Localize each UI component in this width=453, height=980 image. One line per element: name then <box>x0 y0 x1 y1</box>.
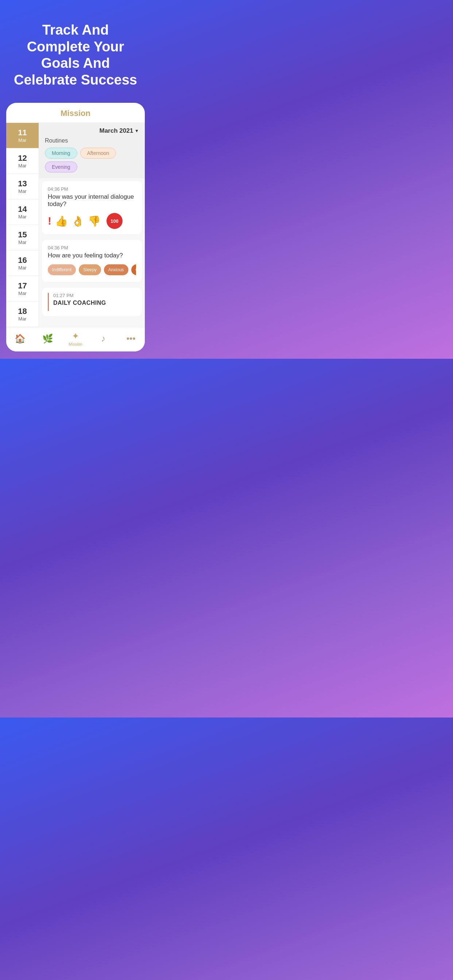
reaction-row: ! 👍 👌 👎 100 <box>48 213 136 229</box>
coaching-content: 01:27 PM DAILY COACHING <box>53 293 106 306</box>
coaching-title: DAILY COACHING <box>53 300 106 306</box>
cal-num: 16 <box>18 256 27 265</box>
app-title: Mission <box>6 103 145 123</box>
ok-hand-icon[interactable]: 👌 <box>72 215 84 227</box>
routines-section: March 2021 ▼ Routines Morning Afternoon … <box>39 123 145 178</box>
cal-month: Mar <box>18 265 26 270</box>
dialogue-card: 04:36 PM How was your internal dialogue … <box>42 181 142 234</box>
hero-title: Track And Complete Your Goals And Celebr… <box>0 0 151 103</box>
feeling-time: 04:36 PM <box>48 245 136 250</box>
feeling-row: Indifferent Sleepy Anxious Confident Hap… <box>48 264 136 277</box>
cal-num: 11 <box>18 128 27 137</box>
cal-month: Mar <box>18 214 26 220</box>
nav-more[interactable]: ••• <box>117 334 145 344</box>
cal-month: Mar <box>18 316 26 321</box>
cal-num: 18 <box>18 307 27 316</box>
bottom-nav: 🏠 🌿 ✦ Mission ♪ ••• <box>6 327 145 352</box>
thumbs-down-icon[interactable]: 👎 <box>88 215 100 227</box>
score-badge: 100 <box>107 213 123 229</box>
coaching-card: 01:27 PM DAILY COACHING <box>42 288 142 316</box>
cal-day-14[interactable]: 14 Mar <box>6 199 39 225</box>
cal-day-15[interactable]: 15 Mar <box>6 225 39 250</box>
more-icon: ••• <box>126 334 135 344</box>
cal-day-11[interactable]: 11 Mar <box>6 123 39 148</box>
feeling-card: 04:36 PM How are you feeling today? Indi… <box>42 240 142 282</box>
cal-day-16[interactable]: 16 Mar <box>6 250 39 276</box>
cal-month: Mar <box>18 137 26 143</box>
routine-tags: Morning Afternoon Evening <box>45 148 139 172</box>
afternoon-tag[interactable]: Afternoon <box>80 148 116 159</box>
month-year-label: March 2021 <box>99 127 133 135</box>
home-icon: 🏠 <box>14 334 26 344</box>
dialogue-question: How was your internal dialogue today? <box>48 193 136 208</box>
calendar-sidebar: 11 Mar 12 Mar 13 Mar 14 Mar 15 Mar 16 Ma… <box>6 123 39 327</box>
coaching-accent-bar <box>48 293 49 311</box>
mission-icon: ✦ <box>72 331 79 341</box>
cal-num: 13 <box>18 179 27 188</box>
phone-card: Mission 11 Mar 12 Mar 13 Mar 14 Mar 15 M… <box>6 103 145 352</box>
cal-num: 15 <box>18 230 27 240</box>
date-header: March 2021 ▼ <box>45 127 139 135</box>
cal-month: Mar <box>18 163 26 169</box>
feeling-anxious[interactable]: Anxious <box>104 264 128 275</box>
wellness-icon: 🌿 <box>42 334 53 344</box>
nav-mission[interactable]: ✦ Mission <box>62 331 89 346</box>
feeling-indifferent[interactable]: Indifferent <box>48 264 76 275</box>
morning-tag[interactable]: Morning <box>45 148 77 159</box>
feeling-sleepy[interactable]: Sleepy <box>79 264 101 275</box>
mission-label: Mission <box>69 342 82 346</box>
feeling-confident[interactable]: Confident <box>131 264 136 275</box>
nav-wellness[interactable]: 🌿 <box>34 334 62 344</box>
cal-day-18[interactable]: 18 Mar <box>6 302 39 327</box>
feeling-question: How are you feeling today? <box>48 252 136 259</box>
content-panel: March 2021 ▼ Routines Morning Afternoon … <box>39 123 145 327</box>
thumbs-up-icon[interactable]: 👍 <box>55 215 68 227</box>
cal-month: Mar <box>18 240 26 245</box>
cal-num: 17 <box>18 281 27 291</box>
cal-num: 14 <box>18 205 27 214</box>
nav-music[interactable]: ♪ <box>89 334 117 344</box>
routines-label: Routines <box>45 137 139 144</box>
nav-home[interactable]: 🏠 <box>6 334 34 344</box>
cal-month: Mar <box>18 188 26 194</box>
exclamation-icon[interactable]: ! <box>48 215 51 227</box>
cal-num: 12 <box>18 153 27 163</box>
evening-tag[interactable]: Evening <box>45 162 77 172</box>
cal-day-12[interactable]: 12 Mar <box>6 148 39 174</box>
coaching-time: 01:27 PM <box>53 293 106 298</box>
cal-day-13[interactable]: 13 Mar <box>6 174 39 199</box>
dialogue-time: 04:36 PM <box>48 186 136 192</box>
cal-month: Mar <box>18 291 26 296</box>
main-content: 11 Mar 12 Mar 13 Mar 14 Mar 15 Mar 16 Ma… <box>6 123 145 327</box>
hero-section: Track And Complete Your Goals And Celebr… <box>0 0 151 103</box>
dropdown-arrow-icon[interactable]: ▼ <box>135 128 139 134</box>
music-icon: ♪ <box>101 334 105 344</box>
cal-day-17[interactable]: 17 Mar <box>6 276 39 302</box>
